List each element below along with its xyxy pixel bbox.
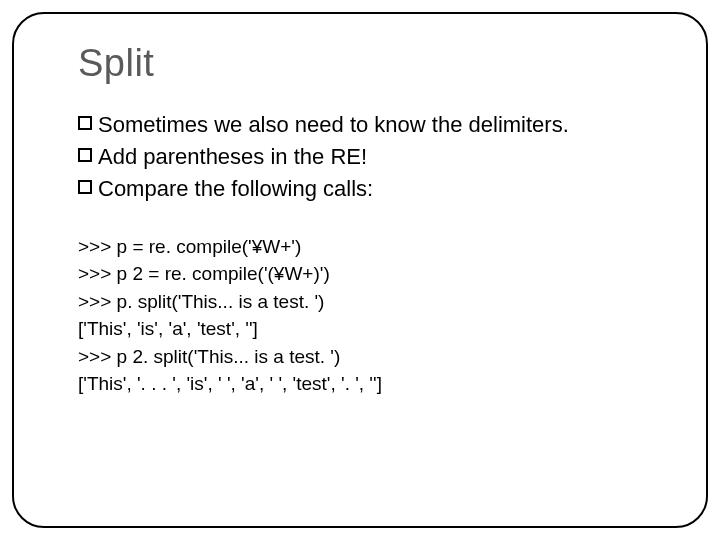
bullet-text: Compare the following calls: xyxy=(98,173,373,205)
code-line: >>> p. split('This... is a test. ') xyxy=(78,288,650,316)
slide-title: Split xyxy=(78,42,650,85)
bullet-square-icon xyxy=(78,148,92,162)
bullet-item: Compare the following calls: xyxy=(78,173,650,205)
code-line: >>> p = re. compile('¥W+') xyxy=(78,233,650,261)
code-line: >>> p 2 = re. compile('(¥W+)') xyxy=(78,260,650,288)
code-line: >>> p 2. split('This... is a test. ') xyxy=(78,343,650,371)
code-line: ['This', 'is', 'a', 'test', ''] xyxy=(78,315,650,343)
bullet-text: Add parentheses in the RE! xyxy=(98,141,367,173)
bullet-item: Add parentheses in the RE! xyxy=(78,141,650,173)
bullet-list: Sometimes we also need to know the delim… xyxy=(78,109,650,205)
bullet-text: Sometimes we also need to know the delim… xyxy=(98,109,569,141)
code-line: ['This', '. . . ', 'is', ' ', 'a', ' ', … xyxy=(78,370,650,398)
slide-frame: Split Sometimes we also need to know the… xyxy=(12,12,708,528)
bullet-item: Sometimes we also need to know the delim… xyxy=(78,109,650,141)
bullet-square-icon xyxy=(78,180,92,194)
code-block: >>> p = re. compile('¥W+') >>> p 2 = re.… xyxy=(78,233,650,398)
bullet-square-icon xyxy=(78,116,92,130)
